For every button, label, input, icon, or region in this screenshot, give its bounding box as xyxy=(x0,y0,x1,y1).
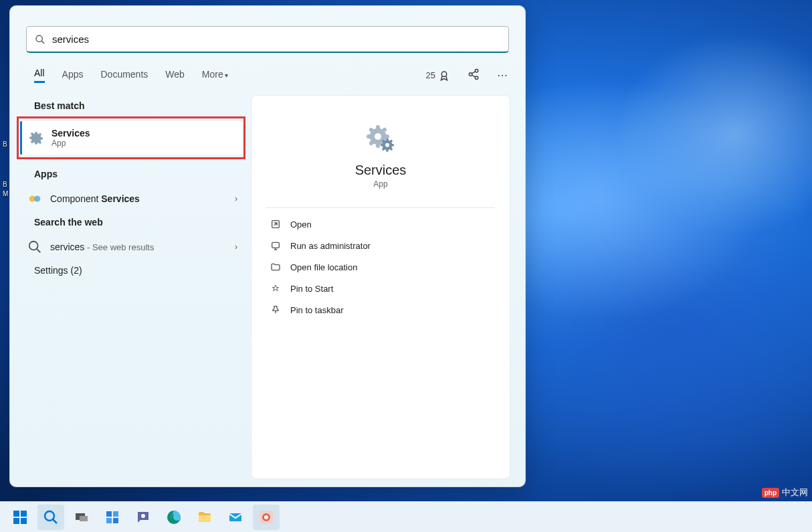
taskbar xyxy=(0,501,812,532)
svg-rect-31 xyxy=(199,515,211,522)
action-open[interactable]: Open xyxy=(251,213,510,235)
svg-point-29 xyxy=(141,514,145,518)
svg-point-4 xyxy=(469,72,472,76)
tab-all[interactable]: All xyxy=(34,68,45,83)
mail-icon xyxy=(227,509,243,525)
folder-icon xyxy=(197,509,213,525)
pin-icon xyxy=(270,304,281,315)
windows-icon xyxy=(12,509,28,525)
share-icon xyxy=(468,68,480,80)
app-icon xyxy=(258,509,274,525)
edge-button[interactable] xyxy=(161,505,187,530)
action-open-location[interactable]: Open file location xyxy=(251,256,510,278)
svg-rect-28 xyxy=(113,518,118,523)
pin-icon xyxy=(270,283,281,294)
result-web-search[interactable]: services - See web results › xyxy=(18,234,244,260)
gear-icon xyxy=(29,130,43,145)
results-column: Best match Services App Apps xyxy=(18,95,244,479)
section-best-match: Best match xyxy=(18,95,244,118)
tab-web[interactable]: Web xyxy=(165,69,185,82)
svg-line-22 xyxy=(53,519,57,523)
svg-line-1 xyxy=(41,41,44,43)
svg-rect-24 xyxy=(80,516,88,521)
desktop-icon[interactable]: B xyxy=(3,141,7,148)
search-panel: All Apps Documents Web More▾ 25 ⋯ Best m… xyxy=(9,5,526,487)
svg-rect-18 xyxy=(21,511,27,517)
desktop-icon[interactable]: M xyxy=(3,190,8,197)
preview-subtitle: App xyxy=(373,179,387,189)
section-apps: Apps xyxy=(18,163,244,186)
search-button[interactable] xyxy=(37,505,64,530)
widgets-icon xyxy=(104,509,120,525)
medal-icon xyxy=(438,70,450,82)
app-button[interactable] xyxy=(253,505,280,530)
search-box[interactable] xyxy=(26,26,509,53)
edge-icon xyxy=(166,509,182,525)
annotation-highlight: Services App xyxy=(17,116,245,159)
svg-point-35 xyxy=(264,515,268,519)
svg-point-14 xyxy=(385,143,389,147)
tab-documents[interactable]: Documents xyxy=(100,69,148,82)
desktop-icon[interactable]: B xyxy=(3,181,7,188)
search-icon xyxy=(43,509,59,525)
folder-icon xyxy=(270,262,281,272)
svg-point-5 xyxy=(475,76,478,80)
taskview-button[interactable] xyxy=(68,505,95,530)
chevron-right-icon: › xyxy=(235,242,237,252)
search-input[interactable] xyxy=(52,33,500,45)
result-services[interactable]: Services App xyxy=(20,121,242,155)
mail-button[interactable] xyxy=(222,505,249,530)
open-icon xyxy=(270,219,281,230)
tab-more[interactable]: More▾ xyxy=(202,69,228,82)
section-settings[interactable]: Settings (2) xyxy=(18,260,244,282)
shield-icon xyxy=(270,240,281,251)
svg-point-10 xyxy=(34,195,40,201)
svg-point-21 xyxy=(45,511,54,521)
chevron-right-icon: › xyxy=(235,194,237,203)
rewards-button[interactable]: 25 xyxy=(426,70,450,82)
preview-title: Services xyxy=(355,163,407,178)
result-component-services[interactable]: Component Services › xyxy=(18,186,244,211)
desktop: B B M All Apps Documents Web More▾ 25 ⋯ xyxy=(0,0,812,532)
start-button[interactable] xyxy=(7,505,33,530)
tab-apps[interactable]: Apps xyxy=(62,69,84,82)
taskview-icon xyxy=(74,509,90,525)
svg-point-0 xyxy=(36,35,42,41)
chat-button[interactable] xyxy=(468,68,480,83)
svg-rect-25 xyxy=(106,511,112,517)
component-services-icon xyxy=(27,191,42,206)
search-icon xyxy=(35,34,45,45)
services-app-icon xyxy=(365,121,397,153)
action-pin-start[interactable]: Pin to Start xyxy=(251,278,510,299)
svg-rect-26 xyxy=(113,511,118,517)
widgets-button[interactable] xyxy=(99,505,126,530)
teams-button[interactable] xyxy=(130,505,157,530)
more-button[interactable]: ⋯ xyxy=(497,69,509,82)
svg-rect-16 xyxy=(272,242,280,248)
svg-rect-19 xyxy=(13,518,19,524)
section-search-web: Search the web xyxy=(18,211,244,234)
search-icon xyxy=(27,240,42,254)
svg-rect-17 xyxy=(13,511,19,517)
svg-point-2 xyxy=(441,72,447,77)
preview-pane: Services App Open Run as administrator O… xyxy=(251,95,510,479)
svg-rect-27 xyxy=(106,518,112,523)
action-pin-taskbar[interactable]: Pin to taskbar xyxy=(251,299,510,321)
chevron-down-icon: ▾ xyxy=(225,72,228,79)
svg-line-7 xyxy=(472,75,475,77)
svg-line-12 xyxy=(37,249,41,253)
tabs-row: All Apps Documents Web More▾ 25 ⋯ xyxy=(10,60,525,88)
svg-point-13 xyxy=(375,133,381,140)
chat-icon xyxy=(135,509,151,525)
svg-point-3 xyxy=(475,69,478,72)
svg-line-6 xyxy=(472,71,475,73)
action-run-admin[interactable]: Run as administrator xyxy=(251,235,510,256)
svg-point-11 xyxy=(29,242,38,250)
watermark: php 中文网 xyxy=(762,486,808,499)
svg-rect-20 xyxy=(21,518,27,524)
explorer-button[interactable] xyxy=(191,505,218,530)
